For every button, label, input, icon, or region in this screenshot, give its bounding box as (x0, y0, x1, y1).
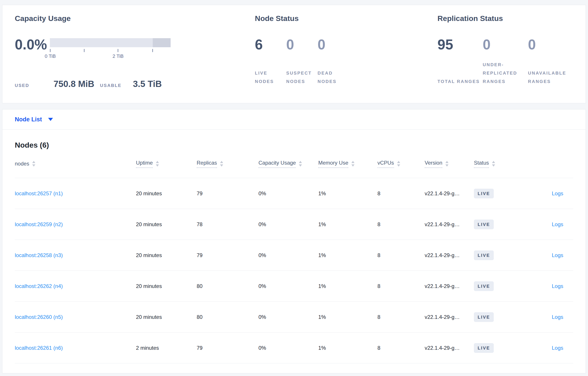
total-ranges-value: 95 (438, 38, 483, 52)
table-row: localhost:26257 (n1) 20 minutes 79 0% 1%… (15, 178, 573, 209)
capacity-bar-track (50, 38, 171, 47)
capacity-usage-bar: 0 TiB 2 TiB (50, 38, 171, 61)
memory-cell: 1% (318, 190, 378, 197)
logs-cell: Logs (547, 252, 573, 258)
capacity-usage-title: Capacity Usage (15, 14, 255, 23)
column-header-vcpus[interactable]: vCPUs (378, 160, 425, 168)
logs-link[interactable]: Logs (552, 345, 563, 351)
capacity-usable-label: USABLE (100, 83, 121, 88)
sort-icon[interactable] (492, 161, 495, 167)
memory-cell: 1% (318, 283, 378, 289)
column-header-capacity-usage[interactable]: Capacity Usage (258, 160, 318, 168)
replication-status-title: Replication Status (438, 14, 573, 23)
suspect-nodes-value: 0 (286, 38, 318, 52)
logs-link[interactable]: Logs (552, 252, 563, 258)
dead-nodes-value: 0 (318, 38, 349, 52)
column-header-replicas[interactable]: Replicas (197, 160, 258, 168)
capacity-axis-tick: 2 TiB (118, 49, 118, 52)
under-replicated-ranges-value: 0 (483, 38, 528, 52)
capacity-bar-reserved-segment (153, 38, 171, 47)
uptime-cell: 20 minutes (136, 221, 197, 228)
capacity-axis-tick (152, 49, 153, 52)
node-status-panel: Node Status 6 LIVE NODES 0 SUSPECT NODES… (255, 14, 438, 94)
replicas-cell: 79 (197, 252, 258, 258)
status-badge: LIVE (474, 251, 494, 260)
memory-cell: 1% (318, 345, 378, 351)
unavailable-ranges-label: UNAVAILABLE RANGES (528, 69, 573, 86)
dead-nodes-label: DEAD NODES (318, 69, 349, 86)
node-link[interactable]: localhost:26262 (n4) (15, 283, 136, 289)
node-list-dropdown[interactable]: Node List (15, 116, 42, 123)
status-badge: LIVE (474, 343, 494, 353)
capacity-cell: 0% (258, 283, 318, 289)
version-cell: v22.1.4-29-g… (425, 221, 474, 228)
version-cell: v22.1.4-29-g… (425, 252, 474, 258)
column-header-uptime[interactable]: Uptime (136, 160, 197, 168)
sort-icon[interactable] (32, 161, 35, 167)
uptime-cell: 20 minutes (136, 283, 197, 289)
sort-icon[interactable] (299, 161, 302, 167)
capacity-cell: 0% (258, 190, 318, 197)
node-link[interactable]: localhost:26258 (n3) (15, 252, 136, 258)
sort-icon[interactable] (351, 161, 355, 167)
suspect-nodes-stat: 0 SUSPECT NODES (286, 38, 318, 86)
replicas-cell: 78 (197, 221, 258, 228)
logs-cell: Logs (547, 190, 573, 197)
node-link[interactable]: localhost:26260 (n5) (15, 314, 136, 320)
logs-cell: Logs (547, 314, 573, 320)
total-ranges-label: TOTAL RANGES (438, 77, 483, 86)
status-cell: LIVE (474, 251, 547, 260)
node-link[interactable]: localhost:26261 (n6) (15, 345, 136, 351)
version-cell: v22.1.4-29-g… (425, 283, 474, 289)
column-header-memory-use[interactable]: Memory Use (318, 160, 378, 168)
memory-cell: 1% (318, 221, 378, 228)
status-badge: LIVE (474, 281, 494, 291)
status-cell: LIVE (474, 343, 547, 353)
node-link[interactable]: localhost:26257 (n1) (15, 190, 136, 197)
sort-icon[interactable] (397, 161, 400, 167)
capacity-axis-tick-label: 2 TiB (113, 53, 124, 59)
sort-icon[interactable] (156, 161, 159, 167)
nodes-table-header: nodes Uptime Replicas Capacity Usage Mem… (15, 150, 573, 178)
sort-icon[interactable] (445, 161, 449, 167)
table-row: localhost:26260 (n5) 20 minutes 80 0% 1%… (15, 302, 573, 333)
vcpus-cell: 8 (378, 190, 425, 197)
capacity-cell: 0% (258, 252, 318, 258)
live-nodes-label: LIVE NODES (255, 69, 286, 86)
status-badge: LIVE (474, 219, 494, 229)
logs-link[interactable]: Logs (552, 314, 563, 320)
caret-down-icon[interactable] (48, 118, 53, 121)
uptime-cell: 2 minutes (136, 345, 197, 351)
logs-link[interactable]: Logs (552, 283, 563, 289)
unavailable-ranges-stat: 0 UNAVAILABLE RANGES (528, 38, 573, 86)
node-link[interactable]: localhost:26259 (n2) (15, 221, 136, 228)
under-replicated-ranges-stat: 0 UNDER-REPLICATED RANGES (483, 38, 528, 86)
view-selector-bar: Node List (2, 109, 586, 129)
capacity-axis-tick-label: 0 TiB (45, 53, 56, 59)
status-badge: LIVE (474, 312, 494, 322)
logs-link[interactable]: Logs (552, 190, 563, 196)
logs-link[interactable]: Logs (552, 221, 563, 227)
column-header-nodes[interactable]: nodes (15, 161, 136, 167)
memory-cell: 1% (318, 252, 378, 258)
replicas-cell: 79 (197, 190, 258, 197)
replication-status-panel: Replication Status 95 TOTAL RANGES 0 UND… (438, 14, 573, 94)
table-row: localhost:26259 (n2) 20 minutes 78 0% 1%… (15, 209, 573, 240)
logs-cell: Logs (547, 345, 573, 351)
column-header-status[interactable]: Status (474, 160, 547, 168)
logs-cell: Logs (547, 221, 573, 228)
uptime-cell: 20 minutes (136, 252, 197, 258)
version-cell: v22.1.4-29-g… (425, 345, 474, 351)
vcpus-cell: 8 (378, 221, 425, 228)
vcpus-cell: 8 (378, 314, 425, 320)
status-cell: LIVE (474, 219, 547, 229)
status-badge: LIVE (474, 189, 494, 198)
capacity-used-value: 750.8 MiB (54, 79, 94, 89)
under-replicated-ranges-label: UNDER-REPLICATED RANGES (483, 61, 528, 86)
column-header-version[interactable]: Version (425, 160, 474, 168)
status-cell: LIVE (474, 281, 547, 291)
sort-icon[interactable] (220, 161, 223, 167)
status-cell: LIVE (474, 312, 547, 322)
suspect-nodes-label: SUSPECT NODES (286, 69, 318, 86)
table-row: localhost:26258 (n3) 20 minutes 79 0% 1%… (15, 240, 573, 271)
